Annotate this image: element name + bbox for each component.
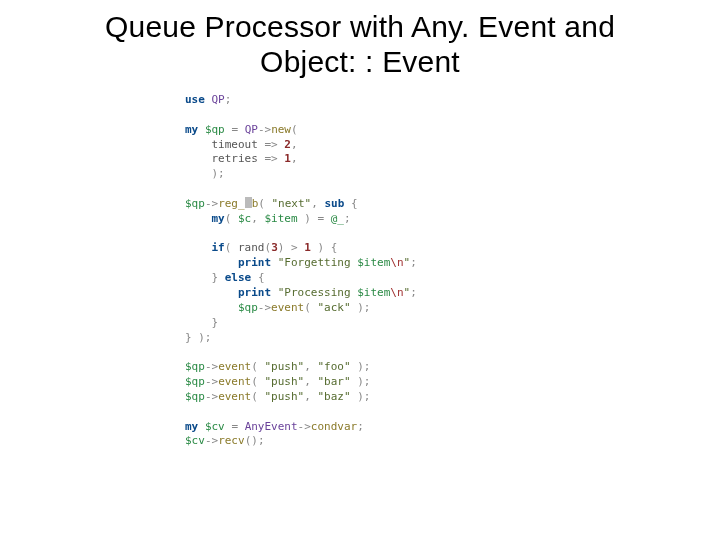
meth-event: event	[271, 301, 304, 314]
paren-6: (	[304, 301, 311, 314]
comma-4: ,	[251, 212, 258, 225]
paren-close-2: )	[304, 212, 311, 225]
brace-3: {	[258, 271, 265, 284]
paren-close-4: )	[318, 241, 325, 254]
paren-4: (	[225, 241, 232, 254]
paren-close: );	[212, 167, 225, 180]
paren-2: (	[258, 197, 265, 210]
semi-5: ;	[357, 420, 364, 433]
paren-8: (	[251, 375, 258, 388]
comma-2: ,	[291, 152, 298, 165]
var-item: $item	[265, 212, 298, 225]
brace: {	[351, 197, 358, 210]
arrow-8: ->	[205, 434, 218, 447]
brace-close-3: }	[185, 331, 192, 344]
str-proc-a: "Processing	[278, 286, 357, 299]
meth-event-2: event	[218, 360, 251, 373]
str-ack: "ack"	[317, 301, 350, 314]
str-forget-a: "Forgetting	[278, 256, 357, 269]
paren-close-7: );	[357, 360, 370, 373]
paren-close-6: );	[198, 331, 211, 344]
num-3: 3	[271, 241, 278, 254]
semi-4: ;	[410, 286, 417, 299]
title-line-2: Object: : Event	[260, 45, 460, 78]
paren: (	[291, 123, 298, 136]
comma-5: ,	[304, 360, 311, 373]
key-retries: retries	[212, 152, 258, 165]
paren-close-5: );	[357, 301, 370, 314]
arrow: ->	[258, 123, 271, 136]
kw-my-3: my	[185, 420, 198, 433]
arrow-7: ->	[298, 420, 311, 433]
gt: >	[291, 241, 298, 254]
kw-else: else	[225, 271, 252, 284]
str-foo: "foo"	[318, 360, 351, 373]
comma: ,	[291, 138, 298, 151]
var-qp-6: $qp	[185, 390, 205, 403]
title-line-1: Queue Processor with Any. Event and	[105, 10, 615, 43]
comma-3: ,	[311, 197, 318, 210]
comma-6: ,	[304, 375, 311, 388]
semi: ;	[225, 93, 232, 106]
key-timeout: timeout	[212, 138, 258, 151]
var-qp-3: $qp	[238, 301, 258, 314]
var-cv-2: $cv	[185, 434, 205, 447]
esc-n-1: \n	[390, 256, 403, 269]
paren-9: (	[251, 390, 258, 403]
var-qp-2: $qp	[185, 197, 205, 210]
paren-close-3: )	[278, 241, 285, 254]
paren-7: (	[251, 360, 258, 373]
paren-close-9: );	[357, 390, 370, 403]
kw-sub: sub	[325, 197, 345, 210]
str-push-3: "push"	[265, 390, 305, 403]
arrow-2: ->	[205, 197, 218, 210]
kw-my-2: my	[212, 212, 225, 225]
meth-event-4: event	[218, 390, 251, 403]
pkg-qp-2: QP	[245, 123, 258, 136]
semi-2: ;	[344, 212, 351, 225]
arrow-3: ->	[258, 301, 271, 314]
kw-use: use	[185, 93, 205, 106]
meth-regcb-prefix: reg_	[218, 197, 245, 210]
str-push-2: "push"	[265, 375, 305, 388]
kw-print: print	[238, 256, 271, 269]
var-c: $c	[238, 212, 251, 225]
semi-6: ;	[258, 434, 265, 447]
arrow-4: ->	[205, 360, 218, 373]
pkg-anyevent: AnyEvent	[245, 420, 298, 433]
eq-3: =	[231, 420, 238, 433]
fat-arrow: =>	[264, 138, 277, 151]
arrow-5: ->	[205, 375, 218, 388]
str-next: "next"	[272, 197, 312, 210]
meth-condvar: condvar	[311, 420, 357, 433]
num-1b: 1	[304, 241, 311, 254]
paren-3: (	[225, 212, 232, 225]
kw-print-2: print	[238, 286, 271, 299]
var-qp: $qp	[205, 123, 225, 136]
num-1: 1	[284, 152, 291, 165]
fat-arrow-2: =>	[264, 152, 277, 165]
comma-7: ,	[304, 390, 311, 403]
kw-my: my	[185, 123, 198, 136]
esc-n-2: \n	[390, 286, 403, 299]
code-block: use QP; my $qp = QP->new( timeout => 2, …	[185, 93, 700, 449]
str-bar: "bar"	[318, 375, 351, 388]
str-baz: "baz"	[318, 390, 351, 403]
meth-recv: recv	[218, 434, 245, 447]
brace-close-2: }	[212, 316, 219, 329]
var-cv: $cv	[205, 420, 225, 433]
brace-2: {	[331, 241, 338, 254]
num-2: 2	[284, 138, 291, 151]
eq-2: =	[318, 212, 325, 225]
meth-event-3: event	[218, 375, 251, 388]
meth-new: new	[271, 123, 291, 136]
paren-close-8: );	[357, 375, 370, 388]
str-push-1: "push"	[265, 360, 305, 373]
var-item-2: $item	[357, 256, 390, 269]
arrow-6: ->	[205, 390, 218, 403]
var-qp-5: $qp	[185, 375, 205, 388]
brace-close: }	[212, 271, 219, 284]
var-item-3: $item	[357, 286, 390, 299]
semi-3: ;	[410, 256, 417, 269]
paren-10: ()	[245, 434, 258, 447]
